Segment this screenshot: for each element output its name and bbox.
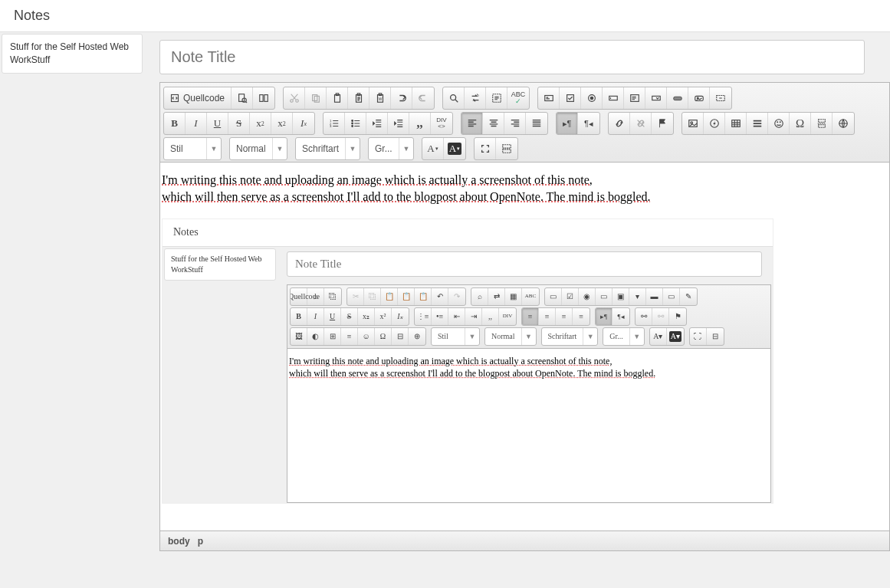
image-button[interactable] (682, 113, 704, 134)
svg-point-38 (690, 122, 692, 124)
status-path-body[interactable]: body (168, 536, 190, 547)
source-icon (170, 94, 179, 103)
smiley-button[interactable] (768, 113, 790, 134)
flash-icon (709, 118, 720, 129)
bulletlist-button[interactable] (345, 113, 366, 134)
replace-button[interactable]: ab (465, 87, 486, 109)
sidebar-item-line2: WorkStuff (10, 54, 134, 67)
radio-button[interactable] (581, 87, 603, 109)
align-center-button[interactable] (483, 113, 504, 134)
status-path-p[interactable]: p (198, 536, 203, 547)
showblocks-button[interactable] (496, 138, 517, 159)
paste-word-button[interactable]: W (369, 87, 391, 109)
size-dropdown[interactable]: Gr...▼ (368, 137, 414, 160)
imagebutton-button[interactable] (688, 87, 710, 109)
group-bidi: ▸¶ ¶◂ (556, 112, 600, 135)
button-button[interactable] (667, 87, 688, 109)
sidebar-item-line1: Stuff for the Self Hosted Web (10, 41, 134, 54)
textarea-button[interactable] (624, 87, 645, 109)
superscript-button[interactable]: x2 (271, 113, 293, 134)
svg-point-16 (450, 95, 455, 100)
style-dropdown[interactable]: Stil▼ (163, 137, 222, 160)
underline-button[interactable]: U (207, 113, 228, 134)
copy-button[interactable] (305, 87, 327, 109)
selectall-button[interactable] (486, 87, 507, 109)
blockquote-button[interactable]: ,, (409, 113, 431, 134)
select-icon (651, 93, 662, 103)
svg-point-6 (295, 100, 298, 103)
inner-content: I'm writing this note and uploading an i… (287, 349, 770, 502)
svg-point-34 (351, 120, 353, 122)
specialchar-button[interactable]: Ω (790, 113, 811, 134)
spellcheck-button[interactable]: ABC✓ (507, 87, 529, 109)
templates-button[interactable] (253, 87, 274, 109)
svg-rect-4 (264, 95, 268, 102)
table-icon (731, 118, 741, 129)
size-label: Gr... (369, 138, 399, 159)
strike-button[interactable]: S (228, 113, 250, 134)
iframe-button[interactable] (833, 113, 854, 134)
checkbox-icon (565, 93, 576, 103)
pagebreak-button[interactable] (811, 113, 833, 134)
sidebar-note-item[interactable]: Stuff for the Self Hosted Web WorkStuff (2, 34, 143, 74)
maximize-button[interactable] (475, 138, 496, 159)
align-right-button[interactable] (504, 113, 526, 134)
inner-sidebar-item: Stuff for the Self Hosted Web WorkStuff (164, 248, 276, 281)
bold-button[interactable]: B (164, 113, 186, 134)
svg-text:a: a (472, 97, 475, 102)
editor: Quellcode W ab (159, 82, 890, 551)
inner-toolbar: ◧ Quellcode⌕⿻ ✂⿻📋📋📋↶↷ ⌕⇄▦ABC ▭☑◉▭▣▾▬▭✎ B… (287, 285, 770, 349)
ul-icon (350, 118, 361, 129)
note-title-input[interactable] (159, 40, 865, 74)
unlink-button[interactable] (630, 113, 652, 134)
numberlist-button[interactable]: 123 (323, 113, 345, 134)
checkbox-button[interactable] (560, 87, 581, 109)
svg-rect-40 (731, 120, 740, 127)
textfield-button[interactable] (603, 87, 624, 109)
align-left-button[interactable] (461, 113, 483, 134)
outdent-button[interactable] (366, 113, 388, 134)
undo-icon (396, 93, 407, 103)
paste-button[interactable] (327, 87, 348, 109)
indent-icon (393, 118, 404, 129)
table-button[interactable] (725, 113, 747, 134)
link-button[interactable] (609, 113, 630, 134)
indent-button[interactable] (388, 113, 409, 134)
smiley-icon (773, 118, 784, 129)
select-button[interactable] (645, 87, 667, 109)
removeformat-button[interactable]: Ix (293, 113, 314, 134)
style-label: Stil (164, 138, 207, 159)
source-button[interactable]: Quellcode (164, 87, 232, 109)
div-button[interactable]: DIV<> (431, 113, 452, 134)
italic-button[interactable]: I (186, 113, 207, 134)
ltr-button[interactable]: ▸¶ (557, 113, 578, 134)
redo-button[interactable] (412, 87, 434, 109)
paste-text-button[interactable] (348, 87, 369, 109)
editor-content[interactable]: I'm writing this note and uploading an i… (160, 163, 889, 531)
align-justify-button[interactable] (526, 113, 547, 134)
flash-button[interactable] (704, 113, 725, 134)
bgcolor-button[interactable]: A▾ (444, 138, 465, 159)
rtl-button[interactable]: ¶◂ (578, 113, 599, 134)
cut-button[interactable] (284, 87, 305, 109)
inner-title-input (287, 251, 762, 277)
textfield-icon (608, 93, 619, 103)
anchor-button[interactable] (652, 113, 673, 134)
subscript-button[interactable]: x2 (250, 113, 271, 134)
align-justify-icon (531, 118, 542, 129)
preview-button[interactable] (232, 87, 253, 109)
chevron-down-icon: ▼ (346, 145, 360, 153)
group-find: ab ABC✓ (442, 87, 530, 110)
fontcolor-button[interactable]: A▾ (422, 138, 444, 159)
blocks-icon (501, 143, 512, 154)
group-textstyle: B I U S x2 x2 Ix (163, 112, 315, 135)
format-dropdown[interactable]: Normal▼ (229, 137, 287, 160)
hr-button[interactable] (747, 113, 768, 134)
form-button[interactable] (538, 87, 560, 109)
inner-app-header: Notes (163, 219, 773, 247)
find-button[interactable] (443, 87, 465, 109)
hidden-button[interactable] (710, 87, 731, 109)
font-dropdown[interactable]: Schriftart▼ (295, 137, 360, 160)
undo-button[interactable] (391, 87, 412, 109)
flag-icon (657, 118, 668, 129)
